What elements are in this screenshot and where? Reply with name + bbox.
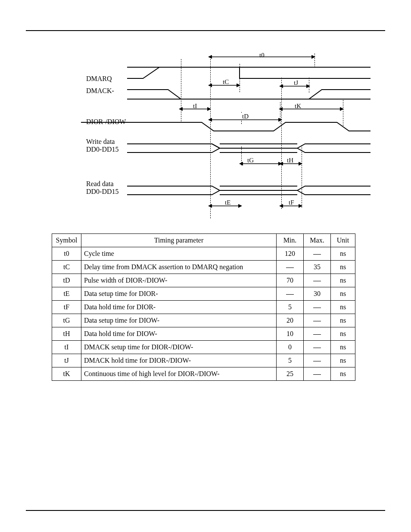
cell-unit: ns bbox=[331, 327, 355, 341]
cell-max bbox=[304, 247, 331, 261]
cell-min: 5 bbox=[277, 354, 304, 367]
waveforms bbox=[43, 48, 371, 221]
cell-unit: ns bbox=[331, 301, 355, 314]
th-unit: Unit bbox=[331, 234, 355, 247]
cell-min: 10 bbox=[277, 327, 304, 341]
cell-symbol: tD bbox=[52, 274, 81, 287]
cell-max bbox=[304, 327, 331, 341]
cell-max bbox=[304, 301, 331, 314]
cell-unit: ns bbox=[331, 287, 355, 301]
cell-param: Data hold time for DIOR- bbox=[81, 301, 277, 314]
cell-symbol: tC bbox=[52, 261, 81, 274]
cell-unit: ns bbox=[331, 367, 355, 381]
cell-unit: ns bbox=[331, 274, 355, 287]
cell-symbol: tK bbox=[52, 367, 81, 381]
table-row: tJDMACK hold time for DIOR-/DIOW-5ns bbox=[52, 354, 355, 367]
cell-symbol: t0 bbox=[52, 247, 81, 261]
cell-symbol: tE bbox=[52, 287, 81, 301]
cell-unit: ns bbox=[331, 354, 355, 367]
table-row: tDPulse width of DIOR-/DIOW-70ns bbox=[52, 274, 355, 287]
cell-min: 70 bbox=[277, 274, 304, 287]
th-param: Timing parameter bbox=[81, 234, 277, 247]
cell-param: Continuous time of high level for DIOR-/… bbox=[81, 367, 277, 381]
cell-symbol: tH bbox=[52, 327, 81, 341]
cell-unit: ns bbox=[331, 247, 355, 261]
cell-param: Data hold time for DIOW- bbox=[81, 327, 277, 341]
cell-symbol: tI bbox=[52, 341, 81, 354]
cell-max bbox=[304, 367, 331, 381]
cell-param: DMACK hold time for DIOR-/DIOW- bbox=[81, 354, 277, 367]
cell-unit: ns bbox=[331, 261, 355, 274]
cell-max bbox=[304, 354, 331, 367]
table-row: tCDelay time from DMACK assertion to DMA… bbox=[52, 261, 355, 274]
cell-unit: ns bbox=[331, 314, 355, 327]
table-row: tHData hold time for DIOW-10ns bbox=[52, 327, 355, 341]
cell-max bbox=[304, 314, 331, 327]
th-max: Max. bbox=[304, 234, 331, 247]
th-symbol: Symbol bbox=[52, 234, 81, 247]
cell-max: 30 bbox=[304, 287, 331, 301]
th-min: Min. bbox=[277, 234, 304, 247]
cell-min bbox=[277, 287, 304, 301]
cell-param: Delay time from DMACK assertion to DMARQ… bbox=[81, 261, 277, 274]
cell-param: Data setup time for DIOW- bbox=[81, 314, 277, 327]
cell-symbol: tJ bbox=[52, 354, 81, 367]
cell-param: DMACK setup time for DIOR-/DIOW- bbox=[81, 341, 277, 354]
cell-param: Pulse width of DIOR-/DIOW- bbox=[81, 274, 277, 287]
table-row: tFData hold time for DIOR-5ns bbox=[52, 301, 355, 314]
cell-max: 35 bbox=[304, 261, 331, 274]
cell-symbol: tF bbox=[52, 301, 81, 314]
cell-min: 20 bbox=[277, 314, 304, 327]
table-row: t0Cycle time120ns bbox=[52, 247, 355, 261]
table-row: tGData setup time for DIOW-20ns bbox=[52, 314, 355, 327]
table-row: tIDMACK setup time for DIOR-/DIOW-0ns bbox=[52, 341, 355, 354]
cell-max bbox=[304, 274, 331, 287]
cell-unit: ns bbox=[331, 341, 355, 354]
timing-table: Symbol Timing parameter Min. Max. Unit t… bbox=[52, 233, 355, 381]
table-row: tEData setup time for DIOR-30ns bbox=[52, 287, 355, 301]
cell-param: Cycle time bbox=[81, 247, 277, 261]
table-header-row: Symbol Timing parameter Min. Max. Unit bbox=[52, 234, 355, 247]
cell-symbol: tG bbox=[52, 314, 81, 327]
cell-min: 25 bbox=[277, 367, 304, 381]
cell-max bbox=[304, 341, 331, 354]
table-row: tKContinuous time of high level for DIOR… bbox=[52, 367, 355, 381]
timing-diagram: DMARQ DMACK- DIOR-/DIOW- Write data DD0-… bbox=[43, 48, 368, 229]
cell-param: Data setup time for DIOR- bbox=[81, 287, 277, 301]
cell-min: 120 bbox=[277, 247, 304, 261]
cell-min bbox=[277, 261, 304, 274]
cell-min: 0 bbox=[277, 341, 304, 354]
cell-min: 5 bbox=[277, 301, 304, 314]
